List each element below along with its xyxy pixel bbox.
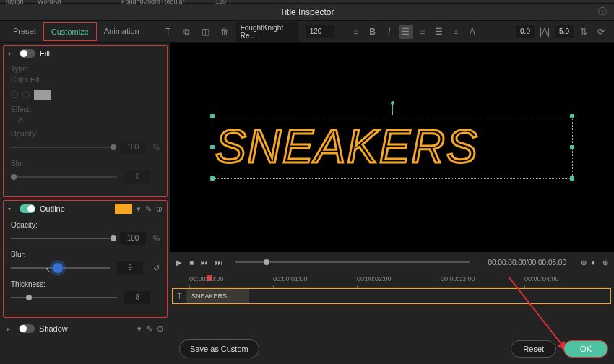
fill-opacity-value[interactable]: 100 (120, 141, 146, 154)
zoom-playhead-icon[interactable]: ● (591, 259, 595, 266)
outline-thickness-value[interactable]: 8 (124, 291, 150, 304)
fill-effect-label: Effect: (11, 105, 160, 113)
timeline-ruler[interactable]: 00:00:00:00 00:00:01:00 00:00:02:00 00:0… (188, 275, 614, 288)
align-right-icon[interactable]: ☰ (432, 25, 446, 39)
resize-handle[interactable] (210, 145, 215, 150)
shadow-color-swatch[interactable] (116, 324, 133, 334)
fill-type-value[interactable]: Color Fill (11, 76, 160, 84)
window-title: Title Inspector (280, 7, 334, 17)
chevron-right-icon[interactable]: ▸ (7, 326, 14, 332)
resize-handle[interactable] (570, 176, 574, 181)
fill-blur-label: Blur: (11, 160, 160, 168)
font-size-select[interactable]: 120 (306, 25, 334, 38)
section-shadow: ▸ Shadow ▾ ✎ ⊕ (3, 321, 168, 337)
zoom-in-icon[interactable]: ⊕ (602, 259, 608, 266)
resize-handle[interactable] (210, 114, 215, 118)
fill-opacity-label: Opacity: (11, 130, 160, 138)
tab-animation[interactable]: Animation (97, 22, 147, 41)
reset-icon[interactable]: ↺ (153, 264, 160, 273)
chevron-down-icon[interactable]: ▾ (137, 204, 141, 214)
text-bounding-box[interactable]: SNEAKERS (212, 116, 573, 179)
fill-opacity-slider[interactable] (11, 147, 113, 148)
outline-blur-label: Blur: (11, 251, 160, 259)
title-text[interactable]: SNEAKERS (215, 121, 569, 174)
chevron-down-icon[interactable]: ▾ (8, 206, 15, 212)
outline-thickness-slider[interactable] (11, 297, 117, 298)
window-title-bar: Title Inspector ⓘ (0, 4, 614, 21)
text-align-icon[interactable]: A (465, 25, 480, 39)
outline-thickness-label: Thickness: (11, 280, 160, 288)
outline-opacity-value[interactable]: 100 (120, 232, 146, 245)
section-fill: ▾ Fill Type: Color Fill Effect: A (3, 46, 168, 197)
toolbar: Preset Customize Animation T ⧉ ◫ 🗑 Fough… (0, 21, 614, 43)
fill-color-swatch[interactable] (34, 90, 51, 100)
chevron-down-icon[interactable]: ▾ (8, 51, 15, 57)
select-icon[interactable]: ◫ (199, 25, 213, 39)
resize-handle[interactable] (570, 114, 574, 118)
tab-preset[interactable]: Preset (6, 22, 43, 41)
leading-icon[interactable]: ⇅ (576, 25, 591, 39)
properties-panel: ▾ Fill Type: Color Fill Effect: A (0, 43, 170, 364)
fill-toggle[interactable] (20, 49, 35, 58)
shadow-title: Shadow (39, 324, 68, 333)
shadow-toggle[interactable] (19, 324, 35, 333)
font-select[interactable]: FoughtKnight Re... (236, 22, 298, 42)
tracking-icon[interactable]: |A| (537, 25, 552, 39)
reset-button[interactable]: Reset (511, 340, 556, 358)
refresh-icon[interactable]: ⟳ (594, 25, 608, 39)
chevron-down-icon[interactable]: ▾ (137, 324, 142, 334)
timecode: 00:00:00:00/00:00:05:00 (488, 259, 566, 266)
outline-title: Outline (40, 204, 65, 213)
add-icon[interactable]: ⊕ (156, 204, 163, 214)
zoom-fit-icon[interactable]: ⊕ (581, 259, 587, 266)
resize-handle[interactable] (210, 176, 215, 181)
cursor-icon: ↖ (45, 266, 51, 274)
fill-blur-slider[interactable] (11, 176, 117, 178)
bold-icon[interactable]: B (366, 25, 380, 39)
timeline-track[interactable]: T SNEAKERS (172, 288, 611, 304)
crop-icon[interactable]: ⧉ (180, 25, 194, 39)
outline-blur-slider[interactable]: ↖ (11, 267, 110, 269)
fill-color-radio-2[interactable] (22, 91, 30, 98)
play-icon[interactable]: ▶ (176, 259, 182, 266)
ok-button[interactable]: OK (563, 340, 608, 358)
eyedropper-icon[interactable]: ✎ (145, 204, 152, 214)
fill-title: Fill (40, 49, 50, 58)
tracking-field[interactable]: 0.0 (516, 25, 535, 38)
outline-color-swatch[interactable] (115, 204, 132, 214)
rotation-handle-icon[interactable] (392, 105, 393, 115)
trash-icon[interactable]: 🗑 (217, 25, 232, 39)
align-baseline-icon[interactable]: ≡ (349, 25, 363, 39)
align-justify-icon[interactable]: ≡ (449, 25, 463, 39)
italic-icon[interactable]: I (382, 25, 397, 39)
add-icon[interactable]: ⊕ (157, 324, 163, 334)
footer-buttons: Save as Custom Reset OK (179, 338, 608, 360)
resize-handle[interactable] (570, 145, 574, 150)
align-left-icon[interactable]: ☰ (399, 25, 413, 39)
fill-type-label: Type: (11, 65, 160, 73)
fill-effect-value[interactable]: A (11, 116, 160, 124)
fill-color-radio-1[interactable] (11, 91, 18, 98)
outline-blur-value[interactable]: 9 (117, 261, 143, 274)
panel-tabs: Preset Customize Animation (6, 22, 147, 41)
text-track-icon: T (173, 289, 187, 303)
next-frame-icon[interactable]: ⏭ (215, 259, 222, 266)
stop-icon[interactable]: ■ (189, 259, 194, 266)
section-outline: ▾ Outline ▾ ✎ ⊕ Opacity: 100 % (3, 200, 168, 318)
playback-controls: ▶ ■ ⏮ ⏭ 00:00:00:00/00:00:05:00 ⊕ ● ⊕ (170, 252, 614, 272)
preview-canvas[interactable]: SNEAKERS (170, 43, 614, 252)
align-center-icon[interactable]: ≡ (415, 25, 430, 39)
help-icon[interactable]: ⓘ (598, 6, 607, 18)
timeline-clip[interactable]: SNEAKERS (187, 289, 249, 303)
scrub-slider[interactable] (235, 261, 469, 263)
leading-field[interactable]: 5.0 (555, 25, 574, 38)
tab-customize[interactable]: Customize (43, 22, 97, 41)
outline-opacity-slider[interactable] (11, 238, 113, 239)
type-tool-icon[interactable]: T (161, 25, 176, 39)
outline-toggle[interactable] (20, 204, 35, 213)
outline-opacity-label: Opacity: (11, 221, 160, 229)
fill-blur-value[interactable]: 0 (124, 170, 150, 183)
eyedropper-icon[interactable]: ✎ (146, 324, 152, 334)
prev-frame-icon[interactable]: ⏮ (201, 259, 208, 266)
save-as-custom-button[interactable]: Save as Custom (179, 339, 259, 358)
